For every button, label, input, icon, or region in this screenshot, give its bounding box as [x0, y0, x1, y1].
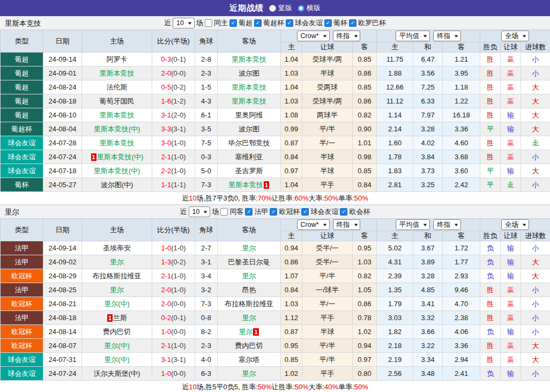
away-team-name[interactable]: 波尔图: [239, 69, 259, 77]
away-team-cell[interactable]: 塞维利亚: [218, 150, 281, 164]
away-team-name[interactable]: 巴黎圣日尔曼: [228, 258, 270, 266]
home-team-name[interactable]: 里斯本竞技(中): [97, 153, 144, 161]
away-team-cell[interactable]: 波尔图: [218, 122, 281, 136]
home-team-name[interactable]: 里斯本竞技: [100, 111, 135, 119]
scope-select[interactable]: 全场▼: [501, 219, 529, 230]
away-team-cell[interactable]: 昂热: [218, 283, 281, 297]
home-team-name[interactable]: 费内巴切: [103, 328, 131, 336]
away-team-name[interactable]: 里斯本竞技: [232, 97, 266, 105]
away-team-name[interactable]: 波尔图: [239, 125, 259, 133]
away-team-cell[interactable]: 毕尔巴鄂竞技: [218, 136, 281, 150]
asia-stage-select[interactable]: 终指▼: [333, 219, 361, 230]
league-checkbox-0[interactable]: ✓: [245, 208, 252, 216]
average-select[interactable]: 平均值▼: [396, 31, 430, 41]
away-team-cell[interactable]: 里斯本竞技: [218, 94, 281, 108]
home-team-name[interactable]: 阿罗卡: [107, 55, 128, 63]
away-team-cell[interactable]: 塞尔塔: [218, 353, 281, 367]
away-team-name[interactable]: 里尔: [242, 272, 256, 280]
league-checkbox-2[interactable]: ✓: [301, 208, 309, 216]
recent-count-select[interactable]: 10▼: [189, 206, 211, 217]
away-team-name[interactable]: 里尔: [242, 369, 256, 378]
away-team-name[interactable]: 毕尔巴鄂竞技: [228, 139, 270, 147]
away-team-cell[interactable]: 波尔图: [218, 66, 281, 80]
home-team-name[interactable]: 里斯本竞技(中): [94, 125, 140, 133]
home-team-cell[interactable]: 1里斯本竞技(中): [82, 150, 152, 164]
layout-radio-vertical[interactable]: 竖版: [269, 3, 292, 13]
league-checkbox-4[interactable]: ✓: [349, 19, 356, 27]
league-checkbox-3[interactable]: ✓: [340, 208, 347, 216]
away-team-name[interactable]: 塞维利亚: [235, 153, 263, 161]
away-team-name[interactable]: 里尔: [242, 314, 256, 322]
euro-stage-select[interactable]: 终指▼: [433, 31, 461, 41]
layout-radio-horizontal[interactable]: 横版: [298, 3, 321, 13]
home-team-name[interactable]: 里尔(中): [104, 342, 130, 350]
home-team-name[interactable]: 圣埃蒂安: [103, 244, 131, 252]
scope-select[interactable]: 全场▼: [501, 31, 529, 41]
home-team-name[interactable]: 里尔(中): [104, 356, 130, 364]
away-team-name[interactable]: 里斯本竞技: [232, 83, 266, 91]
league-checkbox-0[interactable]: ✓: [229, 19, 237, 27]
away-team-name[interactable]: 里尔: [242, 244, 256, 252]
home-team-cell[interactable]: 里尔(中): [82, 339, 152, 353]
radio-unselected-icon[interactable]: [298, 5, 304, 12]
home-team-name[interactable]: 葡萄牙国民: [100, 97, 135, 105]
away-team-cell[interactable]: 里奥阿维: [218, 108, 281, 122]
home-team-name[interactable]: 里尔: [110, 286, 124, 294]
home-team-cell[interactable]: 里斯本竞技(中): [82, 122, 152, 136]
home-team-cell[interactable]: 里斯本竞技(中): [82, 164, 152, 178]
home-team-name[interactable]: 里尔(中): [104, 300, 130, 308]
home-team-cell[interactable]: 波尔图(中): [82, 178, 152, 192]
home-team-cell[interactable]: 1兰斯: [82, 311, 152, 325]
home-team-cell[interactable]: 圣埃蒂安: [82, 241, 152, 255]
away-team-cell[interactable]: 费内巴切: [218, 339, 281, 353]
away-team-cell[interactable]: 里尔: [218, 367, 281, 381]
home-team-cell[interactable]: 布拉格斯拉维亚: [82, 269, 152, 283]
away-team-cell[interactable]: 里尔: [218, 311, 281, 325]
odds-source-select[interactable]: Crow*▼: [297, 219, 330, 230]
away-team-name[interactable]: 昂热: [242, 286, 256, 294]
away-team-cell[interactable]: 里尔: [218, 269, 281, 283]
away-team-cell[interactable]: 里尔1: [218, 325, 281, 339]
home-team-name[interactable]: 兰斯: [113, 314, 127, 322]
away-team-cell[interactable]: 里斯本竞技: [218, 53, 281, 66]
average-select[interactable]: 平均值▼: [396, 219, 430, 230]
home-team-cell[interactable]: 沃尔夫斯堡(中): [82, 367, 152, 381]
league-checkbox-1[interactable]: ✓: [270, 208, 277, 216]
home-team-cell[interactable]: 里尔: [82, 283, 152, 297]
home-team-cell[interactable]: 里斯本竞技: [82, 136, 152, 150]
home-team-name[interactable]: 法伦斯: [107, 83, 128, 91]
away-team-cell[interactable]: 里斯本竞技: [218, 80, 281, 94]
home-team-cell[interactable]: 法伦斯: [82, 80, 152, 94]
euro-stage-select[interactable]: 终指▼: [433, 219, 461, 230]
recent-count-select[interactable]: 10▼: [173, 18, 195, 28]
league-checkbox-2[interactable]: ✓: [286, 19, 293, 27]
home-team-cell[interactable]: 费内巴切: [82, 325, 152, 339]
home-team-name[interactable]: 波尔图(中): [101, 181, 133, 189]
away-team-cell[interactable]: 巴黎圣日尔曼: [218, 255, 281, 269]
away-team-cell[interactable]: 里尔: [218, 241, 281, 255]
away-team-name[interactable]: 塞尔塔: [239, 356, 259, 364]
home-team-cell[interactable]: 里斯本竞技: [82, 108, 152, 122]
home-team-cell[interactable]: 里尔(中): [82, 353, 152, 367]
home-team-cell[interactable]: 葡萄牙国民: [82, 94, 152, 108]
home-team-name[interactable]: 里尔: [110, 258, 124, 266]
away-team-cell[interactable]: 布拉格斯拉维亚: [218, 297, 281, 311]
away-team-name[interactable]: 布拉格斯拉维亚: [225, 300, 273, 308]
home-team-cell[interactable]: 里尔: [82, 255, 152, 269]
home-team-cell[interactable]: 里尔(中): [82, 297, 152, 311]
same-venue-checkbox[interactable]: [220, 208, 228, 216]
home-team-name[interactable]: 布拉格斯拉维亚: [93, 272, 142, 280]
away-team-name[interactable]: 圣吉罗斯: [235, 167, 263, 175]
away-team-name[interactable]: 里斯本竞技: [228, 181, 263, 189]
same-venue-checkbox[interactable]: [205, 19, 212, 27]
home-team-name[interactable]: 里斯本竞技: [100, 139, 135, 147]
asia-stage-select[interactable]: 终指▼: [333, 31, 361, 41]
odds-source-select[interactable]: Crow*▼: [297, 31, 330, 41]
away-team-name[interactable]: 里尔: [239, 328, 252, 336]
radio-selected-icon[interactable]: [269, 5, 276, 12]
league-checkbox-1[interactable]: ✓: [254, 19, 262, 27]
home-team-name[interactable]: 里斯本竞技(中): [94, 167, 140, 175]
away-team-name[interactable]: 里斯本竞技: [232, 55, 266, 63]
league-checkbox-3[interactable]: ✓: [324, 19, 332, 27]
away-team-cell[interactable]: 圣吉罗斯: [218, 164, 281, 178]
